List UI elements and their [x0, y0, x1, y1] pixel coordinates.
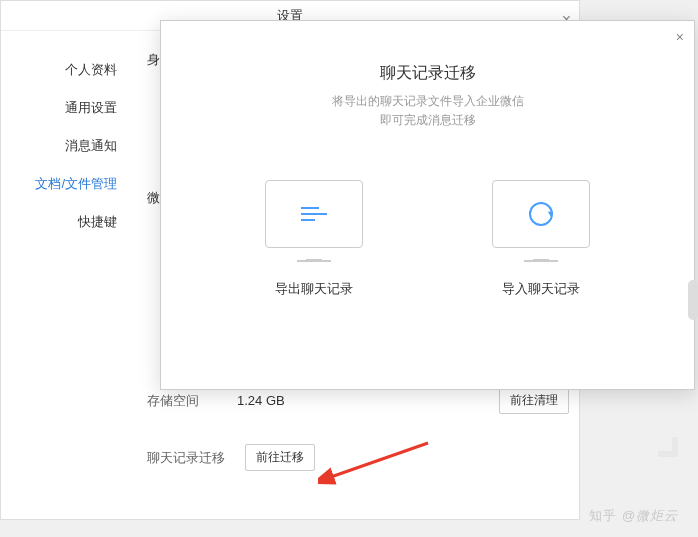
watermark-text: @微炬云 — [622, 508, 678, 523]
import-label: 导入聊天记录 — [492, 280, 590, 298]
monitor-base — [297, 260, 331, 262]
monitor-base — [524, 260, 558, 262]
lines-icon — [301, 207, 327, 221]
sidebar-item-shortcuts[interactable]: 快捷键 — [1, 203, 131, 241]
import-monitor-icon — [492, 180, 590, 248]
sidebar-item-profile[interactable]: 个人资料 — [1, 51, 131, 89]
storage-clean-button[interactable]: 前往清理 — [499, 387, 569, 414]
refresh-icon — [529, 202, 553, 226]
modal-title: 聊天记录迁移 — [161, 63, 694, 84]
window-corner — [658, 437, 678, 457]
monitor-stand — [533, 252, 549, 260]
monitor-stand — [306, 252, 322, 260]
storage-label: 存储空间 — [147, 392, 237, 410]
export-label: 导出聊天记录 — [265, 280, 363, 298]
partial-text-1: 身 — [147, 51, 160, 69]
sidebar-item-notifications[interactable]: 消息通知 — [1, 127, 131, 165]
export-monitor-icon — [265, 180, 363, 248]
migration-modal: × 聊天记录迁移 将导出的聊天记录文件导入企业微信 即可完成消息迁移 导出聊天记… — [160, 20, 695, 390]
modal-close-button[interactable]: × — [676, 29, 684, 45]
modal-subtitle-line1: 将导出的聊天记录文件导入企业微信 — [332, 94, 524, 108]
import-option[interactable]: 导入聊天记录 — [492, 180, 590, 298]
settings-sidebar: 个人资料 通用设置 消息通知 文档/文件管理 快捷键 — [1, 31, 131, 519]
modal-subtitle: 将导出的聊天记录文件导入企业微信 即可完成消息迁移 — [161, 92, 694, 130]
sidebar-item-general[interactable]: 通用设置 — [1, 89, 131, 127]
row-migrate: 聊天记录迁移 前往迁移 — [141, 444, 569, 471]
migrate-label: 聊天记录迁移 — [147, 449, 237, 467]
modal-subtitle-line2: 即可完成消息迁移 — [380, 113, 476, 127]
modal-options: 导出聊天记录 导入聊天记录 — [161, 180, 694, 298]
sidebar-item-files[interactable]: 文档/文件管理 — [1, 165, 131, 203]
storage-value: 1.24 GB — [237, 393, 499, 408]
export-option[interactable]: 导出聊天记录 — [265, 180, 363, 298]
watermark: 知乎 @微炬云 — [589, 507, 678, 525]
scrollbar-thumb[interactable] — [688, 280, 698, 320]
row-storage: 存储空间 1.24 GB 前往清理 — [141, 387, 569, 414]
zhihu-icon: 知乎 — [589, 507, 617, 525]
migrate-button[interactable]: 前往迁移 — [245, 444, 315, 471]
